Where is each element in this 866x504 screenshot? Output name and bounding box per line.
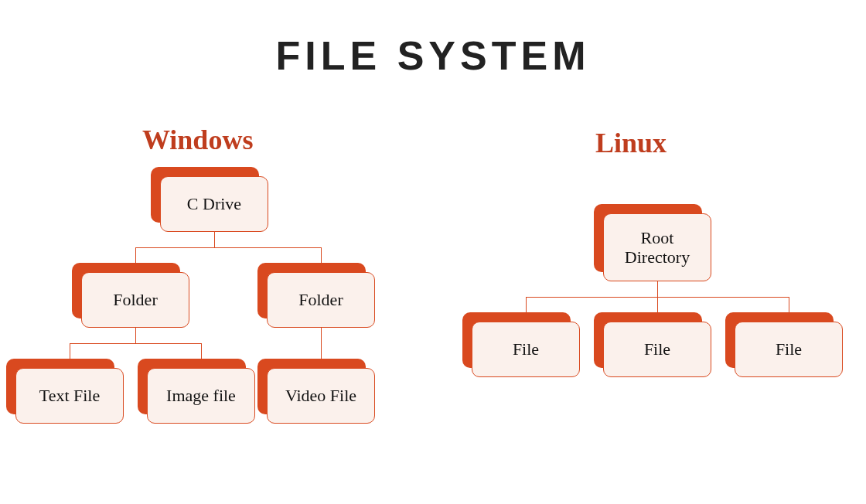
connector xyxy=(214,232,215,247)
windows-root-node: C Drive xyxy=(160,176,268,232)
connector xyxy=(70,343,201,344)
linux-file3-text: File xyxy=(735,322,843,377)
windows-folder1-text: Folder xyxy=(81,272,189,328)
connector xyxy=(321,247,322,263)
windows-label: Windows xyxy=(142,124,253,156)
connector xyxy=(201,343,202,359)
connector xyxy=(135,247,136,263)
windows-leaf3-node: Video File xyxy=(267,368,375,424)
windows-leaf2-node: Image file xyxy=(147,368,255,424)
windows-leaf2-text: Image file xyxy=(147,368,255,424)
connector xyxy=(135,247,321,248)
connector xyxy=(135,328,136,343)
connector xyxy=(657,281,658,297)
windows-leaf3-text: Video File xyxy=(267,368,375,424)
connector xyxy=(321,328,322,359)
page-title: FILE SYSTEM xyxy=(0,32,866,79)
windows-folder2-text: Folder xyxy=(267,272,375,328)
linux-file1-node: File xyxy=(472,322,580,377)
connector xyxy=(789,297,789,312)
windows-folder2-node: Folder xyxy=(267,272,375,328)
linux-file3-node: File xyxy=(735,322,843,377)
windows-folder1-node: Folder xyxy=(81,272,189,328)
windows-root-text: C Drive xyxy=(160,176,268,232)
linux-file1-text: File xyxy=(472,322,580,377)
windows-leaf1-text: Text File xyxy=(15,368,124,424)
windows-leaf1-node: Text File xyxy=(15,368,124,424)
linux-file2-node: File xyxy=(603,322,711,377)
connector xyxy=(657,297,658,312)
connector xyxy=(526,297,527,312)
connector xyxy=(70,343,70,359)
linux-root-node: Root Directory xyxy=(603,213,711,281)
linux-label: Linux xyxy=(595,127,667,159)
linux-root-text: Root Directory xyxy=(603,213,711,281)
linux-file2-text: File xyxy=(603,322,711,377)
